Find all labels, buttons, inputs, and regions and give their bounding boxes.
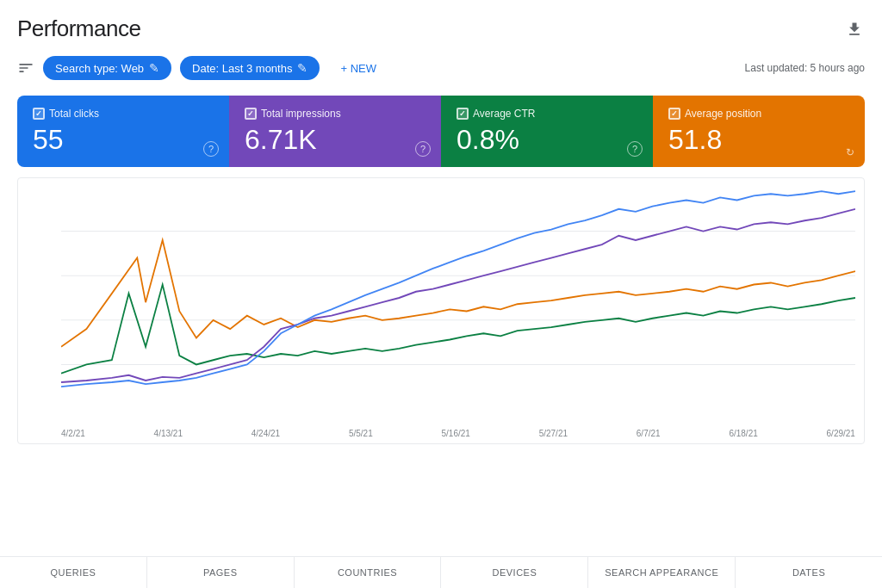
metric-label-impressions: Total impressions [245,108,425,120]
toolbar: Search type: Web ✎ Date: Last 3 months ✎… [0,49,882,89]
date-chip[interactable]: Date: Last 3 months ✎ [180,56,320,80]
impressions-info-icon[interactable]: ? [415,141,431,157]
tab-pages[interactable]: PAGES [147,557,295,588]
metric-label-clicks: Total clicks [33,108,214,120]
metric-card-position[interactable]: Average position 51.8 ↻ [653,96,865,167]
last-updated: Last updated: 5 hours ago [745,62,865,74]
filter-icon[interactable] [17,59,34,77]
metric-label-position: Average position [668,108,849,120]
metric-value-impressions: 6.71K [245,125,425,155]
x-label-8: 6/29/21 [827,429,855,438]
ctr-info-icon[interactable]: ? [627,141,643,157]
tab-search-appearance[interactable]: SEARCH APPEARANCE [588,557,736,588]
position-checkbox[interactable] [668,108,680,120]
metric-card-impressions[interactable]: Total impressions 6.71K ? [229,96,441,167]
x-label-4: 5/16/21 [442,429,470,438]
search-type-edit-icon: ✎ [149,61,159,75]
chart-svg [61,187,855,409]
clicks-info-icon[interactable]: ? [203,141,219,157]
x-label-1: 4/13/21 [154,429,183,438]
clicks-checkbox[interactable] [33,108,45,120]
metrics-row: Total clicks 55 ? Total impressions 6.71… [17,96,865,167]
date-edit-icon: ✎ [297,61,307,75]
tab-countries[interactable]: COUNTRIES [295,557,442,588]
metric-value-position: 51.8 [668,125,849,155]
impressions-checkbox[interactable] [245,108,257,120]
new-button[interactable]: + NEW [328,57,388,80]
tab-dates[interactable]: DATES [736,557,882,588]
x-label-0: 4/2/21 [61,429,85,438]
x-label-7: 6/18/21 [729,429,757,438]
search-type-label: Search type: Web [55,62,144,75]
download-icon[interactable] [844,19,865,40]
metric-label-ctr: Average CTR [457,108,637,120]
position-trend-icon: ↻ [846,146,854,158]
x-label-2: 4/24/21 [252,429,280,438]
header-right [844,19,865,40]
metric-card-ctr[interactable]: Average CTR 0.8% ? [441,96,653,167]
bottom-tabs: QUERIES PAGES COUNTRIES DEVICES SEARCH A… [0,556,882,588]
x-label-6: 6/7/21 [637,429,661,438]
date-label: Date: Last 3 months [192,62,292,75]
ctr-checkbox[interactable] [457,108,469,120]
page-title: Performance [17,15,140,42]
tab-queries[interactable]: QUERIES [0,557,147,588]
metric-value-ctr: 0.8% [457,125,637,155]
chart-area: 4/2/21 4/13/21 4/24/21 5/5/21 5/16/21 5/… [17,177,865,444]
tab-devices[interactable]: DEVICES [441,557,588,588]
x-label-5: 5/27/21 [539,429,568,438]
metric-value-clicks: 55 [33,125,214,155]
x-label-3: 5/5/21 [349,429,373,438]
header: Performance [0,0,882,49]
page-wrapper: Performance Search type: Web ✎ Date: Las… [0,0,882,588]
metric-card-clicks[interactable]: Total clicks 55 ? [17,96,229,167]
search-type-chip[interactable]: Search type: Web ✎ [43,56,171,80]
